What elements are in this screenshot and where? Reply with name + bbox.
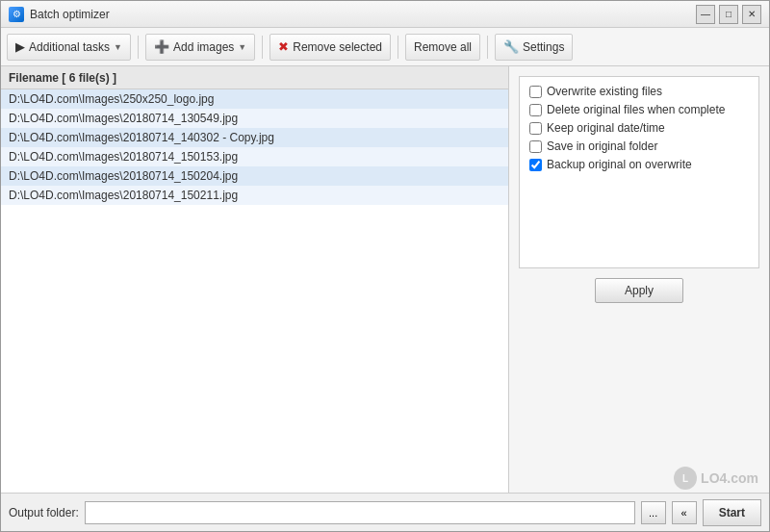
- file-list[interactable]: D:\LO4D.com\Images\250x250_logo.jpgD:\LO…: [1, 89, 508, 493]
- remove-icon: ✖: [278, 39, 289, 54]
- additional-tasks-button[interactable]: ▶ Additional tasks ▼: [7, 34, 131, 61]
- keep-original-date-label: Keep original date/time: [547, 121, 665, 135]
- options-panel: Overwrite existing files Delete original…: [509, 66, 769, 493]
- list-item[interactable]: D:\LO4D.com\Images\20180714_150204.jpg: [1, 166, 508, 186]
- remove-selected-button[interactable]: ✖ Remove selected: [270, 34, 391, 61]
- backup-original-label: Backup original on overwrite: [547, 158, 692, 171]
- settings-button[interactable]: 🔧 Settings: [495, 34, 573, 61]
- app-icon: ⚙: [9, 7, 24, 22]
- apply-btn-container: Apply: [519, 278, 759, 303]
- separator-4: [487, 36, 488, 59]
- delete-original-row: Delete original files when complete: [529, 103, 749, 116]
- backup-original-row: Backup original on overwrite: [529, 158, 749, 171]
- watermark: L LO4.com: [674, 467, 758, 490]
- output-folder-label: Output folder:: [9, 506, 79, 519]
- remove-all-label: Remove all: [414, 40, 472, 54]
- separator-2: [262, 36, 263, 59]
- overwrite-existing-label: Overwrite existing files: [547, 85, 662, 98]
- separator-3: [398, 36, 398, 59]
- bottom-bar: Output folder: ... « Start: [1, 493, 769, 531]
- play-icon: ▶: [15, 39, 25, 54]
- dropdown-arrow-icon: ▼: [114, 42, 122, 52]
- toolbar: ▶ Additional tasks ▼ ➕ Add images ▼ ✖ Re…: [1, 28, 769, 66]
- browse-button[interactable]: ...: [641, 501, 666, 524]
- title-bar-left: ⚙ Batch optimizer: [9, 7, 110, 22]
- delete-original-label: Delete original files when complete: [547, 103, 725, 116]
- settings-icon: 🔧: [503, 39, 519, 54]
- list-item[interactable]: D:\LO4D.com\Images\20180714_150211.jpg: [1, 186, 508, 205]
- overwrite-existing-row: Overwrite existing files: [529, 85, 749, 98]
- window-title: Batch optimizer: [30, 8, 110, 21]
- add-images-label: Add images: [173, 40, 234, 54]
- list-item[interactable]: D:\LO4D.com\Images\250x250_logo.jpg: [1, 89, 508, 109]
- main-window: ⚙ Batch optimizer — □ ✕ ▶ Additional tas…: [0, 0, 770, 532]
- file-panel: Filename [ 6 file(s) ] D:\LO4D.com\Image…: [1, 66, 509, 493]
- dropdown-arrow-icon-2: ▼: [238, 42, 246, 52]
- list-item[interactable]: D:\LO4D.com\Images\20180714_140302 - Cop…: [1, 128, 508, 147]
- title-bar: ⚙ Batch optimizer — □ ✕: [1, 1, 769, 28]
- watermark-text: LO4.com: [701, 470, 758, 486]
- title-controls: — □ ✕: [696, 5, 761, 24]
- file-panel-header: Filename [ 6 file(s) ]: [1, 66, 508, 89]
- backup-original-checkbox[interactable]: [529, 159, 542, 171]
- output-folder-input[interactable]: [85, 501, 635, 524]
- save-in-original-folder-label: Save in original folder: [547, 139, 657, 153]
- list-item[interactable]: D:\LO4D.com\Images\20180714_130549.jpg: [1, 109, 508, 128]
- add-images-button[interactable]: ➕ Add images ▼: [145, 34, 255, 61]
- additional-tasks-label: Additional tasks: [29, 40, 110, 54]
- close-button[interactable]: ✕: [742, 5, 761, 24]
- maximize-button[interactable]: □: [719, 5, 738, 24]
- remove-selected-label: Remove selected: [293, 40, 382, 54]
- start-button[interactable]: Start: [703, 499, 761, 526]
- add-icon: ➕: [154, 39, 169, 54]
- back-button[interactable]: «: [672, 501, 697, 524]
- remove-all-button[interactable]: Remove all: [405, 34, 480, 61]
- settings-label: Settings: [523, 40, 564, 54]
- save-in-original-folder-checkbox[interactable]: [529, 140, 542, 153]
- options-box: Overwrite existing files Delete original…: [519, 76, 759, 268]
- save-in-original-folder-row: Save in original folder: [529, 139, 749, 153]
- keep-original-date-checkbox[interactable]: [529, 122, 542, 135]
- keep-original-date-row: Keep original date/time: [529, 121, 749, 135]
- minimize-button[interactable]: —: [696, 5, 715, 24]
- watermark-icon: L: [674, 467, 697, 490]
- main-content: Filename [ 6 file(s) ] D:\LO4D.com\Image…: [1, 66, 769, 493]
- apply-button[interactable]: Apply: [595, 278, 683, 303]
- list-item[interactable]: D:\LO4D.com\Images\20180714_150153.jpg: [1, 147, 508, 166]
- overwrite-existing-checkbox[interactable]: [529, 86, 542, 98]
- separator-1: [138, 36, 139, 59]
- delete-original-checkbox[interactable]: [529, 104, 542, 116]
